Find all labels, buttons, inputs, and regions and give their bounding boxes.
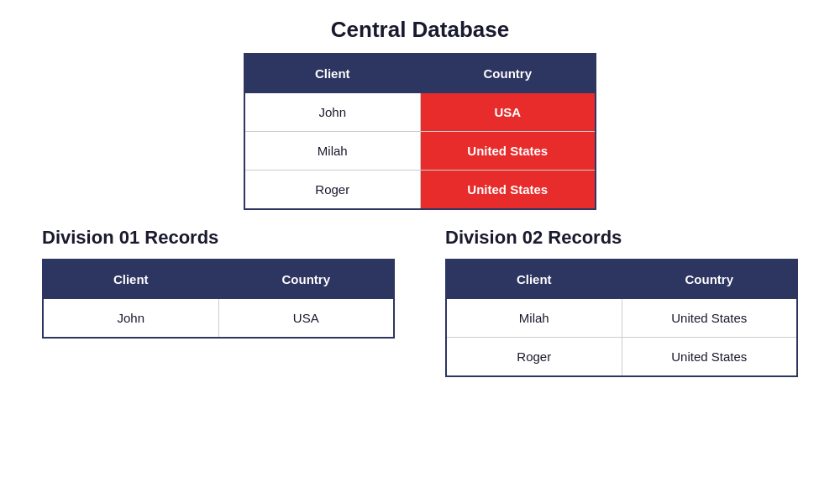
division01-cell-client: John [43,299,218,339]
division02-title: Division 02 Records [445,227,622,249]
division01-title: Division 01 Records [42,227,218,249]
central-cell-client: Roger [244,171,420,210]
division01-cell-country: USA [218,299,394,339]
division01-header-client: Client [43,260,218,299]
division02-cell-client: Roger [446,338,622,377]
central-table-header-row: Client Country [244,54,596,93]
division01-header-country: Country [218,260,394,299]
bottom-sections: Division 01 Records Client Country JohnU… [0,227,840,377]
central-cell-country: United States [420,132,596,171]
division01-table-row: JohnUSA [43,299,394,339]
division02-table-row: RogerUnited States [446,338,797,377]
division02-cell-country: United States [622,299,797,338]
central-cell-country: United States [420,171,596,210]
division02-cell-client: Milah [446,299,622,338]
central-table-row: RogerUnited States [244,171,596,210]
division02-cell-country: United States [622,338,797,377]
division02-section: Division 02 Records Client Country Milah… [445,227,798,377]
central-cell-country: USA [420,93,596,132]
division01-table: Client Country JohnUSA [42,259,395,339]
central-cell-client: John [244,93,420,132]
central-table-row: MilahUnited States [244,132,596,171]
central-cell-client: Milah [244,132,420,171]
central-table-row: JohnUSA [244,93,596,132]
division01-header-row: Client Country [43,260,394,299]
central-header-client: Client [244,54,420,93]
division02-header-row: Client Country [446,260,797,299]
division02-header-country: Country [622,260,797,299]
division02-table: Client Country MilahUnited StatesRogerUn… [445,259,798,377]
central-database-title: Central Database [331,17,509,43]
division01-section: Division 01 Records Client Country JohnU… [42,227,395,377]
central-header-country: Country [420,54,596,93]
central-database-section: Central Database Client Country JohnUSAM… [244,17,596,210]
division02-table-row: MilahUnited States [446,299,797,338]
central-database-table: Client Country JohnUSAMilahUnited States… [244,53,596,210]
page-wrapper: Central Database Client Country JohnUSAM… [0,0,840,504]
division02-header-client: Client [446,260,622,299]
